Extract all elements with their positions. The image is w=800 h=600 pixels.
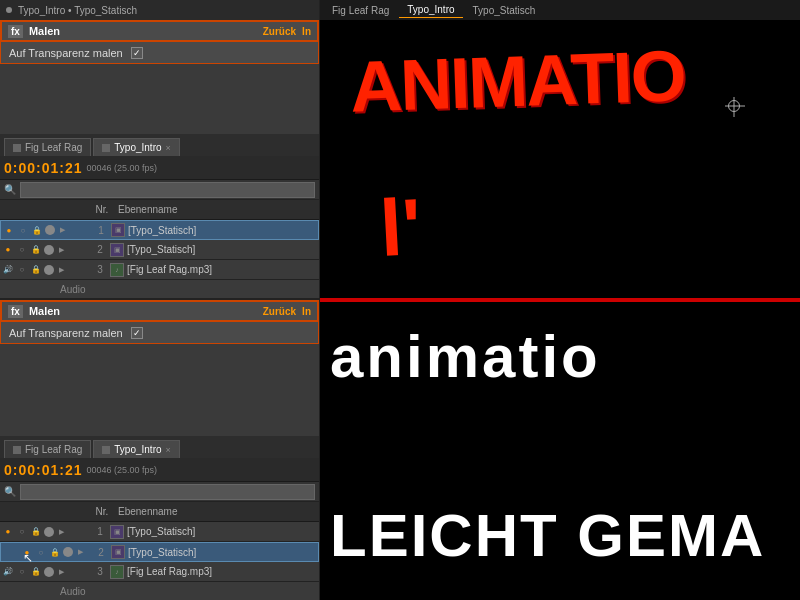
layer-controls-3-top: 🔊 ○ 🔒 ▶ xyxy=(0,264,90,276)
timeline-tabs-bottom: Fig Leaf Rag Typo_Intro × xyxy=(0,436,319,458)
preview-tab-typo-intro[interactable]: Typo_Intro xyxy=(399,2,462,18)
expand-btn-1-bottom[interactable]: ▶ xyxy=(56,527,66,537)
animation-text-white: animatio xyxy=(330,322,601,391)
solo-btn-2-top[interactable]: ○ xyxy=(16,244,28,256)
lock-btn-3-top[interactable]: 🔒 xyxy=(30,264,42,276)
top-left-section: Typo_Intro • Typo_Statisch fx Malen Zurü… xyxy=(0,0,319,300)
color-btn-1-bottom[interactable] xyxy=(44,527,54,537)
crosshair-indicator xyxy=(728,100,740,112)
audio-row-bottom: Audio xyxy=(0,582,319,600)
layer-name-1-bottom: [Typo_Statisch] xyxy=(127,526,319,537)
eye-btn-1-bottom[interactable]: ● xyxy=(2,526,14,538)
timeline-header-bottom: 0:00:01:21 00046 (25.00 fps) xyxy=(0,458,319,482)
audio-row-top: Audio xyxy=(0,280,319,298)
fx-badge-bottom: fx xyxy=(8,305,23,318)
tab-icon-fig-bot xyxy=(13,446,21,454)
search-icon-top: 🔍 xyxy=(4,184,16,195)
fps-bottom: 00046 (25.00 fps) xyxy=(87,465,158,475)
audio-label-top: Audio xyxy=(60,284,86,295)
solo-btn-1-top[interactable]: ○ xyxy=(17,224,29,236)
layer-thumb-3-top: ♪ xyxy=(110,263,124,277)
layer-row-1-top[interactable]: ● ○ 🔒 ▶ 1 ▣ [Typo_Statisch] xyxy=(0,220,319,240)
layer-controls-2-bottom: ● ○ 🔒 ▶ xyxy=(1,546,91,558)
transparenz-checkbox-bottom[interactable]: ✓ xyxy=(131,327,143,339)
layer-controls-3-bottom: 🔊 ○ 🔒 ▶ xyxy=(0,566,90,578)
zurück-link-top[interactable]: Zurück xyxy=(263,26,296,37)
layer-row-2-top[interactable]: ● ○ 🔒 ▶ 2 ▣ [Typo_Statisch] xyxy=(0,240,319,260)
preview-tab-fig[interactable]: Fig Leaf Rag xyxy=(324,2,397,18)
lock-btn-3-bottom[interactable]: 🔒 xyxy=(30,566,42,578)
expand-btn-3-bottom[interactable]: ▶ xyxy=(56,567,66,577)
col-name-top: Ebenenname xyxy=(114,204,319,215)
layer-row-3-top[interactable]: 🔊 ○ 🔒 ▶ 3 ♪ [Fig Leaf Rag.mp3] xyxy=(0,260,319,280)
tab-close-top[interactable]: × xyxy=(166,143,171,153)
layer-name-2-bottom: [Typo_Statisch] xyxy=(128,547,318,558)
tab-fig-leaf-rag-top[interactable]: Fig Leaf Rag xyxy=(4,138,91,156)
zurück-link-bottom[interactable]: Zurück xyxy=(263,306,296,317)
expand-btn-2-bottom[interactable]: ▶ xyxy=(75,547,85,557)
search-input-bottom[interactable] xyxy=(20,484,315,500)
col-name-bottom: Ebenenname xyxy=(114,506,319,517)
timecode-bottom[interactable]: 0:00:01:21 xyxy=(4,462,83,478)
right-panel: Fig Leaf Rag Typo_Intro Typo_Statisch AN… xyxy=(320,0,800,600)
fx-badge-top: fx xyxy=(8,25,23,38)
malen-title-top: Malen xyxy=(29,25,60,37)
layer-row-2-bottom[interactable]: ↖ ● ○ 🔒 ▶ 2 ▣ [Typo_Statisch] xyxy=(0,542,319,562)
col-nr-bottom: Nr. xyxy=(90,506,114,517)
layer-num-2-top: 2 xyxy=(90,244,110,255)
layer-thumb-3-bottom: ♪ xyxy=(110,565,124,579)
color-btn-3-bottom[interactable] xyxy=(44,567,54,577)
preview-tab-typo-intro-label: Typo_Intro xyxy=(407,4,454,15)
color-btn-3-top[interactable] xyxy=(44,265,54,275)
lock-btn-2-top[interactable]: 🔒 xyxy=(30,244,42,256)
speaker-btn-3-bottom[interactable]: 🔊 xyxy=(2,566,14,578)
expand-btn-3-top[interactable]: ▶ xyxy=(56,265,66,275)
tab-label-typo-top: Typo_Intro xyxy=(114,142,161,153)
expand-btn-2-top[interactable]: ▶ xyxy=(56,245,66,255)
lock-btn-1-top[interactable]: 🔒 xyxy=(31,224,43,236)
left-panel: Typo_Intro • Typo_Statisch fx Malen Zurü… xyxy=(0,0,320,600)
expand-btn-1-top[interactable]: ▶ xyxy=(57,225,67,235)
solo-btn-1-bottom[interactable]: ○ xyxy=(16,526,28,538)
layer-name-1-top: [Typo_Statisch] xyxy=(128,225,318,236)
cursor-indicator: ↖ xyxy=(23,551,33,565)
layer-controls-2-top: ● ○ 🔒 ▶ xyxy=(0,244,90,256)
col-nr-top: Nr. xyxy=(90,204,114,215)
tab-typo-intro-top[interactable]: Typo_Intro × xyxy=(93,138,180,156)
preview-tab-typo-statisch[interactable]: Typo_Statisch xyxy=(465,2,544,18)
layer-name-3-bottom: [Fig Leaf Rag.mp3] xyxy=(127,566,319,577)
tab-icon-typo-bot xyxy=(102,446,110,454)
speaker-btn-3-top[interactable]: 🔊 xyxy=(2,264,14,276)
solo-btn-3-top[interactable]: ○ xyxy=(16,264,28,276)
lock-btn-2-bottom[interactable]: 🔒 xyxy=(49,546,61,558)
layer-num-1-top: 1 xyxy=(91,225,111,236)
transparenz-label-bottom: Auf Transparenz malen xyxy=(9,327,123,339)
layer-row-1-bottom[interactable]: ● ○ 🔒 ▶ 1 ▣ [Typo_Statisch] xyxy=(0,522,319,542)
eye-btn-1-top[interactable]: ● xyxy=(3,224,15,236)
solo-btn-2-bottom[interactable]: ○ xyxy=(35,546,47,558)
solo-btn-3-bottom[interactable]: ○ xyxy=(16,566,28,578)
tab-icon-fig xyxy=(13,144,21,152)
layer-num-1-bottom: 1 xyxy=(90,526,110,537)
tab-typo-intro-bottom[interactable]: Typo_Intro × xyxy=(93,440,180,458)
color-btn-2-top[interactable] xyxy=(44,245,54,255)
search-input-top[interactable] xyxy=(20,182,315,198)
leicht-gema-text: LEICHT GEMA xyxy=(330,501,765,570)
color-btn-1-top[interactable] xyxy=(45,225,55,235)
fx-header-top: fx Malen Zurück In xyxy=(0,20,319,42)
timecode-top[interactable]: 0:00:01:21 xyxy=(4,160,83,176)
malen-title-bottom: Malen xyxy=(29,305,60,317)
layer-num-2-bottom: 2 xyxy=(91,547,111,558)
tab-label-typo-bottom: Typo_Intro xyxy=(114,444,161,455)
color-btn-2-bottom[interactable] xyxy=(63,547,73,557)
eye-btn-2-top[interactable]: ● xyxy=(2,244,14,256)
in-label-top: In xyxy=(302,26,311,37)
transparenz-checkbox-top[interactable]: ✓ xyxy=(131,47,143,59)
lock-btn-1-bottom[interactable]: 🔒 xyxy=(30,526,42,538)
layer-thumb-1-top: ▣ xyxy=(111,223,125,237)
search-icon-bottom: 🔍 xyxy=(4,486,16,497)
tab-close-bottom[interactable]: × xyxy=(166,445,171,455)
tab-fig-leaf-rag-bottom[interactable]: Fig Leaf Rag xyxy=(4,440,91,458)
layer-row-3-bottom[interactable]: 🔊 ○ 🔒 ▶ 3 ♪ [Fig Leaf Rag.mp3] xyxy=(0,562,319,582)
in-label-bottom: In xyxy=(302,306,311,317)
